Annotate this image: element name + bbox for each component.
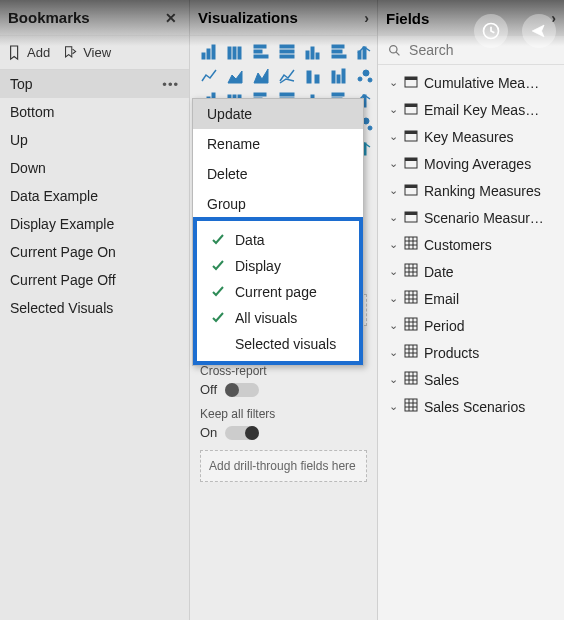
bookmark-item[interactable]: Current Page On [0,238,189,266]
drill-through-field-well[interactable]: Add drill-through fields here [200,450,367,482]
svg-rect-3 [228,47,231,59]
svg-rect-11 [280,55,294,58]
table-item[interactable]: ⌄Period [378,312,564,339]
svg-rect-85 [405,158,417,161]
share-button[interactable] [522,14,556,48]
table-item[interactable]: ⌄Scenario Measures [378,204,564,231]
chevron-right-icon[interactable]: › [364,10,369,26]
add-bookmark-button[interactable]: Add [8,45,50,61]
table-icon [404,290,418,307]
table-item[interactable]: ⌄Date [378,258,564,285]
visualizations-header: Visualizations › [190,0,377,36]
chevron-down-icon: ⌄ [388,238,398,251]
context-menu-item[interactable]: Update [193,99,363,129]
table-item[interactable]: ⌄Sales [378,366,564,393]
bookmark-item[interactable]: Bottom [0,98,189,126]
visualization-type-icon[interactable] [328,66,350,86]
visualization-type-icon[interactable] [250,66,272,86]
context-menu-item[interactable]: Rename [193,129,363,159]
visualization-type-icon[interactable] [198,66,220,86]
bookmark-item[interactable]: Down [0,154,189,182]
table-item[interactable]: ⌄Cumulative Meas… [378,69,564,96]
table-icon [404,371,418,388]
chevron-down-icon: ⌄ [388,76,398,89]
table-label: Sales [424,372,459,388]
svg-rect-81 [405,104,417,107]
svg-rect-12 [306,51,309,59]
bookmark-label: Up [10,132,28,148]
clock-icon [481,21,501,41]
table-item[interactable]: ⌄Key Measures [378,123,564,150]
chevron-down-icon: ⌄ [388,157,398,170]
measure-table-icon [404,74,418,91]
visualization-type-icon[interactable] [224,42,246,62]
table-item[interactable]: ⌄Products [378,339,564,366]
table-item[interactable]: ⌄Email [378,285,564,312]
bookmark-label: Bottom [10,104,54,120]
svg-rect-95 [405,264,417,276]
more-icon[interactable]: ••• [162,77,179,92]
watch-later-button[interactable] [474,14,508,48]
svg-rect-89 [405,212,417,215]
bookmark-item[interactable]: Up [0,126,189,154]
table-item[interactable]: ⌄Sales Scenarios [378,393,564,420]
bookmark-item[interactable]: Data Example [0,182,189,210]
table-label: Cumulative Meas… [424,75,544,91]
svg-rect-9 [280,45,294,48]
context-menu-check-item[interactable]: Current page [197,279,359,305]
chevron-down-icon: ⌄ [388,184,398,197]
svg-rect-0 [202,53,205,59]
bookmark-label: Down [10,160,46,176]
table-item[interactable]: ⌄Ranking Measures [378,177,564,204]
cross-report-toggle[interactable]: Off [200,382,367,397]
svg-rect-115 [405,372,417,384]
visualization-type-icon[interactable] [354,42,376,62]
svg-rect-43 [332,93,344,96]
svg-rect-24 [342,69,345,83]
check-icon [211,233,225,247]
visualization-type-icon[interactable] [276,66,298,86]
table-icon [404,263,418,280]
svg-point-55 [368,126,372,130]
context-menu-check-item[interactable]: All visuals [197,305,359,331]
check-label: Selected visuals [235,336,336,352]
visualization-type-icon[interactable] [302,66,324,86]
table-label: Key Measures [424,129,513,145]
bookmark-item[interactable]: Display Example [0,210,189,238]
context-menu-check-item[interactable]: Data [197,227,359,253]
add-label: Add [27,45,50,60]
context-menu-item[interactable]: Delete [193,159,363,189]
visualization-type-icon[interactable] [302,42,324,62]
table-item[interactable]: ⌄Customers [378,231,564,258]
fields-title: Fields [386,10,429,27]
context-menu-check-item[interactable]: Selected visuals [197,331,359,357]
bookmark-item[interactable]: Selected Visuals [0,294,189,322]
table-item[interactable]: ⌄Moving Averages [378,150,564,177]
bookmark-item[interactable]: Current Page Off [0,266,189,294]
bookmark-item[interactable]: Top••• [0,70,189,98]
visualization-type-icon[interactable] [250,42,272,62]
context-menu-item[interactable]: Group [193,189,363,219]
chevron-down-icon: ⌄ [388,400,398,413]
bookmarks-title: Bookmarks [8,9,90,26]
table-item[interactable]: ⌄Email Key Measur… [378,96,564,123]
visualization-type-icon[interactable] [354,66,376,86]
bookmark-label: Current Page Off [10,272,116,288]
visualization-type-icon[interactable] [198,42,220,62]
bookmarks-header: Bookmarks ✕ [0,0,189,36]
close-icon[interactable]: ✕ [161,6,181,30]
visualization-type-icon[interactable] [328,42,350,62]
table-icon [404,344,418,361]
chevron-down-icon: ⌄ [388,130,398,143]
view-bookmark-button[interactable]: View [64,45,111,61]
context-menu-check-item[interactable]: Display [197,253,359,279]
cross-report-label: Cross-report [200,364,367,378]
svg-rect-2 [212,45,215,59]
svg-rect-13 [311,47,314,59]
bookmark-context-menu: UpdateRenameDeleteGroup DataDisplayCurre… [192,98,364,366]
visualizations-title: Visualizations [198,9,298,26]
svg-rect-14 [316,53,319,59]
visualization-type-icon[interactable] [276,42,298,62]
visualization-type-icon[interactable] [224,66,246,86]
keep-filters-toggle[interactable]: On [200,425,367,440]
